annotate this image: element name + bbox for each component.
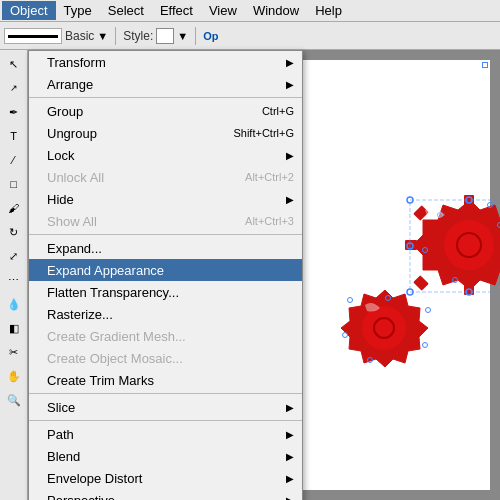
lock-label: Lock	[47, 148, 281, 163]
line-tool[interactable]: ∕	[3, 149, 25, 171]
type-tool[interactable]: T	[3, 125, 25, 147]
scale-tool[interactable]: ⤢	[3, 245, 25, 267]
svg-point-10	[362, 306, 406, 350]
expand-label: Expand...	[47, 241, 294, 256]
blend-arrow: ▶	[286, 451, 294, 462]
svg-point-0	[444, 220, 494, 270]
object-mosaic-label: Create Object Mosaic...	[47, 351, 294, 366]
menu-item-expand[interactable]: Expand...	[29, 237, 302, 259]
menu-bar: Object Type Select Effect View Window He…	[0, 0, 500, 22]
menu-item-help[interactable]: Help	[307, 1, 350, 20]
toolbar: Basic ▼ Style: ▼ Op	[0, 22, 500, 50]
hide-label: Hide	[47, 192, 281, 207]
toolbar-sep-1	[115, 27, 116, 45]
envelope-distort-arrow: ▶	[286, 473, 294, 484]
unlock-all-shortcut: Alt+Ctrl+2	[245, 171, 294, 183]
eyedropper-tool[interactable]: 💧	[3, 293, 25, 315]
unlock-all-label: Unlock All	[47, 170, 225, 185]
toolbar-style: Style: ▼	[123, 28, 188, 44]
svg-point-29	[426, 308, 431, 313]
lock-arrow: ▶	[286, 150, 294, 161]
expand-appearance-label: Expand Appearance	[47, 263, 294, 278]
toolbar-sep-2	[195, 27, 196, 45]
rasterize-label: Rasterize...	[47, 307, 294, 322]
menu-item-blend[interactable]: Blend ▶	[29, 445, 302, 467]
gears-svg	[280, 50, 500, 500]
show-all-label: Show All	[47, 214, 225, 229]
menu-item-arrange[interactable]: Arrange ▶	[29, 73, 302, 95]
trim-marks-label: Create Trim Marks	[47, 373, 294, 388]
hide-arrow: ▶	[286, 194, 294, 205]
menu-item-hide[interactable]: Hide ▶	[29, 188, 302, 210]
ungroup-label: Ungroup	[47, 126, 213, 141]
menu-item-ungroup[interactable]: Ungroup Shift+Ctrl+G	[29, 122, 302, 144]
menu-item-trim-marks[interactable]: Create Trim Marks	[29, 369, 302, 391]
brush-tool[interactable]: 🖌	[3, 197, 25, 219]
perspective-label: Perspective	[47, 493, 281, 501]
menu-item-slice[interactable]: Slice ▶	[29, 396, 302, 418]
selection-handle-tr	[482, 62, 488, 68]
scissors-tool[interactable]: ✂	[3, 341, 25, 363]
menu-item-show-all[interactable]: Show All Alt+Ctrl+3	[29, 210, 302, 232]
direct-selection-tool[interactable]: ↗	[3, 77, 25, 99]
svg-point-28	[348, 298, 353, 303]
rect-tool[interactable]: □	[3, 173, 25, 195]
stroke-box	[4, 28, 62, 44]
arrange-arrow: ▶	[286, 79, 294, 90]
style-select[interactable]	[156, 28, 174, 44]
menu-item-expand-appearance[interactable]: Expand Appearance	[29, 259, 302, 281]
sep-2	[29, 234, 302, 235]
toolbar-left: Basic ▼	[4, 28, 108, 44]
selection-tool[interactable]: ↖	[3, 53, 25, 75]
menu-item-object-mosaic[interactable]: Create Object Mosaic...	[29, 347, 302, 369]
transform-arrow: ▶	[286, 57, 294, 68]
menu-item-view[interactable]: View	[201, 1, 245, 20]
menu-item-transform[interactable]: Transform ▶	[29, 51, 302, 73]
transform-label: Transform	[47, 55, 281, 70]
object-dropdown-menu: Transform ▶ Arrange ▶ Group Ctrl+G Ungro…	[28, 50, 303, 500]
flatten-transparency-label: Flatten Transparency...	[47, 285, 294, 300]
op-label[interactable]: Op	[203, 30, 218, 42]
sep-4	[29, 420, 302, 421]
envelope-distort-label: Envelope Distort	[47, 471, 281, 486]
menu-item-envelope-distort[interactable]: Envelope Distort ▶	[29, 467, 302, 489]
menu-item-path[interactable]: Path ▶	[29, 423, 302, 445]
menu-item-gradient-mesh[interactable]: Create Gradient Mesh...	[29, 325, 302, 347]
gradient-tool[interactable]: ◧	[3, 317, 25, 339]
menu-item-object[interactable]: Object	[2, 1, 56, 20]
blend-tool[interactable]: ⋯	[3, 269, 25, 291]
blend-label: Blend	[47, 449, 281, 464]
pen-tool[interactable]: ✒	[3, 101, 25, 123]
sep-3	[29, 393, 302, 394]
slice-arrow: ▶	[286, 402, 294, 413]
rotate-tool[interactable]: ↻	[3, 221, 25, 243]
svg-point-31	[343, 333, 348, 338]
menu-item-type[interactable]: Type	[56, 1, 100, 20]
tools-panel: ↖ ↗ ✒ T ∕ □ 🖌 ↻ ⤢ ⋯ 💧 ◧ ✂ ✋ 🔍	[0, 50, 28, 500]
menu-item-rasterize[interactable]: Rasterize...	[29, 303, 302, 325]
menu-item-perspective[interactable]: Perspective ▶	[29, 489, 302, 500]
basic-label: Basic	[65, 29, 94, 43]
menu-item-lock[interactable]: Lock ▶	[29, 144, 302, 166]
ungroup-shortcut: Shift+Ctrl+G	[233, 127, 294, 139]
group-label: Group	[47, 104, 242, 119]
hand-tool[interactable]: ✋	[3, 365, 25, 387]
show-all-shortcut: Alt+Ctrl+3	[245, 215, 294, 227]
menu-item-effect[interactable]: Effect	[152, 1, 201, 20]
sep-1	[29, 97, 302, 98]
svg-rect-8	[413, 275, 429, 291]
gradient-mesh-label: Create Gradient Mesh...	[47, 329, 294, 344]
menu-item-unlock-all[interactable]: Unlock All Alt+Ctrl+2	[29, 166, 302, 188]
path-label: Path	[47, 427, 281, 442]
main-content: ↖ ↗ ✒ T ∕ □ 🖌 ↻ ⤢ ⋯ 💧 ◧ ✂ ✋ 🔍	[0, 50, 500, 500]
menu-item-group[interactable]: Group Ctrl+G	[29, 100, 302, 122]
menu-item-flatten-transparency[interactable]: Flatten Transparency...	[29, 281, 302, 303]
zoom-tool[interactable]: 🔍	[3, 389, 25, 411]
menu-item-select[interactable]: Select	[100, 1, 152, 20]
group-shortcut: Ctrl+G	[262, 105, 294, 117]
slice-label: Slice	[47, 400, 281, 415]
gear-illustration	[280, 50, 500, 500]
svg-point-32	[423, 343, 428, 348]
arrange-label: Arrange	[47, 77, 281, 92]
menu-item-window[interactable]: Window	[245, 1, 307, 20]
